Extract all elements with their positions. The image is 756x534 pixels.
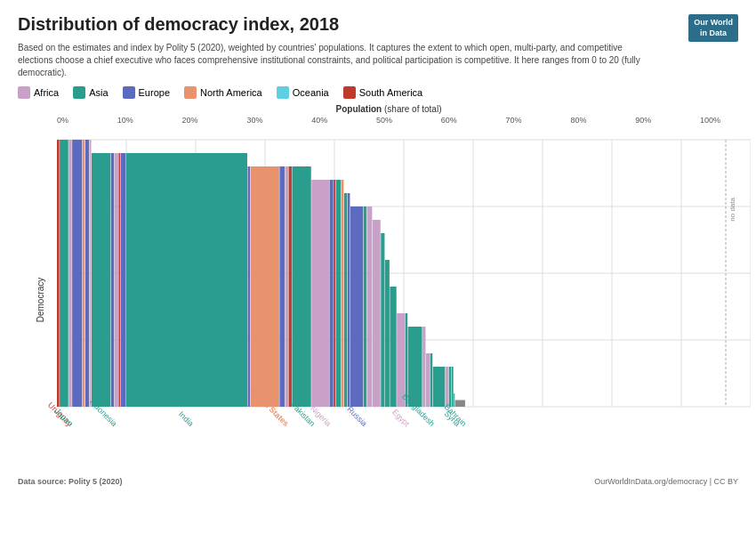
bar-rect xyxy=(350,206,363,407)
bar-rect xyxy=(364,206,366,407)
x-tick: 30% xyxy=(246,116,262,125)
x-axis-label: Population (share of total) xyxy=(57,104,720,114)
bar-rect xyxy=(433,367,446,407)
bar-rect xyxy=(251,166,279,407)
title-block: Distribution of democracy index, 2018 xyxy=(18,14,339,40)
x-tick: 10% xyxy=(117,116,133,125)
x-tick: 100% xyxy=(700,116,720,125)
bar-rect xyxy=(334,180,335,407)
bar-rect xyxy=(385,260,390,407)
legend-item: North America xyxy=(184,86,262,99)
legend: AfricaAsiaEuropeNorth AmericaOceaniaSout… xyxy=(18,86,738,99)
bar-rect xyxy=(126,153,247,407)
x-tick: 20% xyxy=(182,116,198,125)
bar-rect xyxy=(426,353,430,407)
bar-rect xyxy=(92,153,110,407)
bar-rect xyxy=(311,180,329,407)
bar-rect xyxy=(68,140,71,407)
header-row: Distribution of democracy index, 2018 Ou… xyxy=(18,14,738,42)
bar-rect xyxy=(72,140,82,407)
bar-rect xyxy=(292,166,310,407)
bar-rect xyxy=(90,140,92,407)
bar-rect xyxy=(381,233,384,407)
chart-body: Democracy 05101520 UruguayJapanIndonesia… xyxy=(57,126,720,473)
bar-rect xyxy=(57,140,60,407)
bar-rect xyxy=(336,180,342,407)
legend-label: Europe xyxy=(139,87,170,98)
bar-rect xyxy=(85,140,89,407)
x-tick: 90% xyxy=(635,116,651,125)
bar-rect xyxy=(342,180,344,407)
bar-rect xyxy=(430,353,433,407)
bar-rect xyxy=(115,153,118,407)
bar-rect xyxy=(367,206,373,407)
legend-item: Europe xyxy=(123,86,170,99)
no-data-label: no data xyxy=(728,198,736,222)
bar-rect xyxy=(83,140,85,407)
legend-label: Oceania xyxy=(293,87,329,98)
bar-rect xyxy=(449,367,452,407)
legend-swatch xyxy=(123,86,135,99)
legend-item: Oceania xyxy=(277,86,329,99)
bottom-row: Data source: Polity 5 (2020) OurWorldInD… xyxy=(18,477,738,486)
bar-rect xyxy=(455,400,465,408)
chart-svg: 05101520 xyxy=(57,126,751,420)
x-tick: 40% xyxy=(311,116,327,125)
x-tick: 0% xyxy=(57,116,68,125)
x-ticks: 0%10%20%30%40%50%60%70%80%90%100% xyxy=(57,116,720,125)
data-source: Data source: Polity 5 (2020) xyxy=(18,477,123,486)
legend-label: Asia xyxy=(89,87,108,98)
brand-logo: Our Worldin Data xyxy=(688,14,738,42)
legend-label: Africa xyxy=(34,87,59,98)
legend-item: Africa xyxy=(18,86,59,99)
legend-item: Asia xyxy=(73,86,108,99)
bar-rect xyxy=(390,287,396,407)
bar-rect xyxy=(422,327,425,407)
bar-rect xyxy=(330,180,334,407)
x-tick: 70% xyxy=(506,116,522,125)
legend-swatch xyxy=(343,86,356,99)
bar-rect xyxy=(286,166,288,407)
bar-rect xyxy=(446,367,448,407)
country-labels: UruguayJapanIndonesiaIndiaUnited StatesP… xyxy=(57,420,751,473)
x-tick: 80% xyxy=(570,116,586,125)
legend-swatch xyxy=(73,86,85,99)
legend-item: South America xyxy=(343,86,423,99)
bar-rect xyxy=(111,153,114,407)
bar-rect xyxy=(348,193,350,407)
attribution: OurWorldInData.org/democracy | CC BY xyxy=(594,477,738,486)
bar-rect xyxy=(118,153,120,407)
legend-swatch xyxy=(277,86,289,99)
main-container: Distribution of democracy index, 2018 Ou… xyxy=(0,0,756,534)
bar-rect xyxy=(397,313,405,407)
legend-label: South America xyxy=(359,87,423,98)
bar-rect xyxy=(344,193,347,407)
bar-rect xyxy=(373,220,381,407)
bar-rect xyxy=(289,166,292,407)
bar-rect xyxy=(454,393,454,407)
bar-rect xyxy=(121,153,126,407)
bar-rect xyxy=(452,367,454,407)
legend-label: North America xyxy=(200,87,262,98)
chart-title: Distribution of democracy index, 2018 xyxy=(18,14,339,35)
x-tick: 60% xyxy=(441,116,457,125)
x-tick: 50% xyxy=(376,116,392,125)
legend-swatch xyxy=(184,86,197,99)
bar-rect xyxy=(60,140,68,407)
chart-subtitle: Based on the estimates and index by Poli… xyxy=(18,42,658,79)
bar-rect xyxy=(279,166,285,407)
y-axis-label: Democracy xyxy=(36,278,45,323)
bar-rect xyxy=(248,166,251,407)
legend-swatch xyxy=(18,86,30,99)
